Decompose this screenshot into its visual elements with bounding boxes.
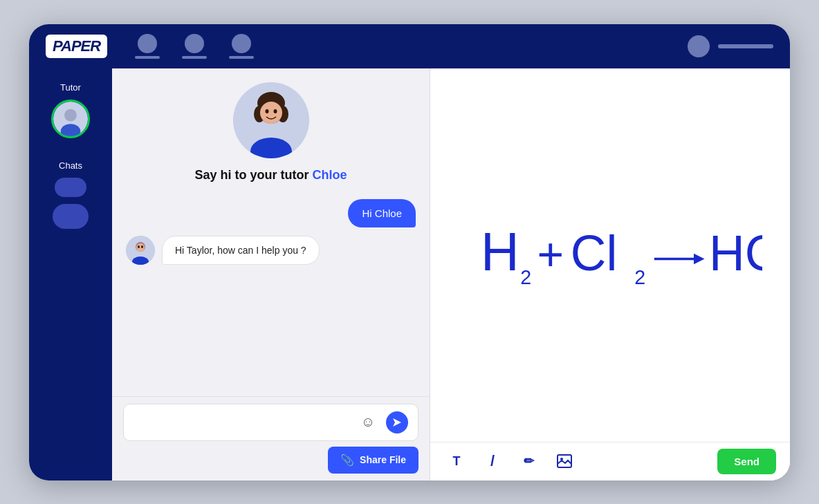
- whiteboard-toolbar: T / ✏ Send: [430, 442, 790, 480]
- tutor-avatar-svg: [53, 100, 88, 138]
- chat-input-row: ☺: [123, 404, 418, 441]
- person-icon-2: [185, 34, 204, 53]
- svg-text:H: H: [481, 222, 519, 281]
- user-avatar-icon[interactable]: [688, 35, 710, 57]
- svg-text:2: 2: [634, 265, 645, 288]
- sidebar: Tutor Chats: [29, 68, 112, 480]
- svg-marker-25: [694, 253, 704, 263]
- nav-line-1: [135, 56, 160, 59]
- chat-input-area: ☺ 📎 Share File: [112, 396, 430, 480]
- chat-content: Say hi to your tutor Chloe Hi Chloe: [112, 68, 430, 396]
- device-frame: PAPER Tutor: [29, 24, 790, 480]
- logo-text: PAPER: [53, 37, 100, 55]
- message-received-1: Hi Taylor, how can I help you ?: [126, 236, 416, 265]
- chat-input-icons: ☺: [357, 411, 408, 433]
- messages-area: Hi Chloe: [126, 199, 416, 265]
- text-tool-button[interactable]: T: [444, 449, 469, 474]
- svg-text:2: 2: [520, 265, 531, 288]
- chat-input[interactable]: [134, 416, 357, 428]
- logo[interactable]: PAPER: [46, 35, 107, 58]
- message-sent-1: Hi Chloe: [126, 199, 416, 227]
- svg-text:+: +: [537, 229, 564, 280]
- received-bubble-1: Hi Taylor, how can I help you ?: [162, 236, 320, 265]
- svg-point-16: [138, 245, 140, 248]
- top-nav: PAPER: [29, 24, 790, 68]
- nav-right: [688, 35, 773, 57]
- share-file-button[interactable]: 📎 Share File: [328, 447, 418, 474]
- tutor-avatar[interactable]: [51, 100, 90, 138]
- send-arrow-icon: [392, 417, 403, 428]
- tutor-label: Tutor: [60, 82, 81, 93]
- whiteboard-panel: H 2 + Cl 2 HCl T: [430, 68, 790, 480]
- svg-text:HCl: HCl: [709, 225, 762, 281]
- sidebar-tutor-section: Tutor: [29, 82, 112, 138]
- send-message-button[interactable]: [386, 411, 408, 433]
- line-tool-button[interactable]: /: [480, 449, 505, 474]
- svg-point-11: [273, 109, 277, 113]
- svg-point-2: [61, 124, 81, 138]
- tutor-intro: Say hi to your tutor Chloe: [194, 82, 347, 183]
- pen-tool-button[interactable]: ✏: [516, 449, 541, 474]
- sent-bubble-1: Hi Chloe: [348, 199, 416, 227]
- paperclip-icon: 📎: [340, 454, 354, 467]
- svg-point-9: [260, 102, 282, 124]
- intro-text: Say hi to your tutor Chloe: [194, 168, 347, 183]
- tutor-msg-avatar: [126, 236, 155, 265]
- svg-text:Cl: Cl: [571, 225, 618, 281]
- chat-panel: Say hi to your tutor Chloe Hi Chloe: [112, 68, 430, 480]
- chat-item-1[interactable]: [55, 178, 86, 197]
- svg-point-17: [141, 245, 143, 248]
- chat-actions-row: 📎 Share File: [123, 447, 418, 474]
- svg-point-15: [136, 243, 145, 252]
- nav-item-1[interactable]: [135, 34, 160, 59]
- chats-label: Chats: [59, 160, 82, 171]
- person-icon-3: [232, 34, 251, 53]
- emoji-button[interactable]: ☺: [357, 411, 379, 433]
- nav-item-2[interactable]: [182, 34, 207, 59]
- tutor-avatar-large: [233, 82, 309, 158]
- svg-point-1: [64, 109, 77, 121]
- whiteboard-send-button[interactable]: Send: [717, 449, 776, 474]
- image-tool-button[interactable]: [552, 449, 577, 474]
- tutor-msg-avatar-svg: [126, 236, 155, 265]
- svg-point-10: [265, 109, 268, 113]
- nav-item-3[interactable]: [229, 34, 254, 59]
- nav-line-2: [182, 56, 207, 59]
- user-name-placeholder: [718, 44, 773, 48]
- nav-line-3: [229, 56, 254, 59]
- nav-icons: [135, 34, 254, 59]
- sidebar-chats-section: Chats: [29, 160, 112, 236]
- main-area: Tutor Chats: [29, 68, 790, 480]
- image-icon: [557, 454, 572, 468]
- whiteboard-content: H 2 + Cl 2 HCl: [430, 68, 790, 442]
- tutor-face-svg: [233, 82, 309, 158]
- person-icon-1: [138, 34, 157, 53]
- svg-marker-18: [393, 418, 401, 427]
- equation-svg: H 2 + Cl 2 HCl: [458, 89, 762, 421]
- chat-item-2[interactable]: [53, 204, 89, 229]
